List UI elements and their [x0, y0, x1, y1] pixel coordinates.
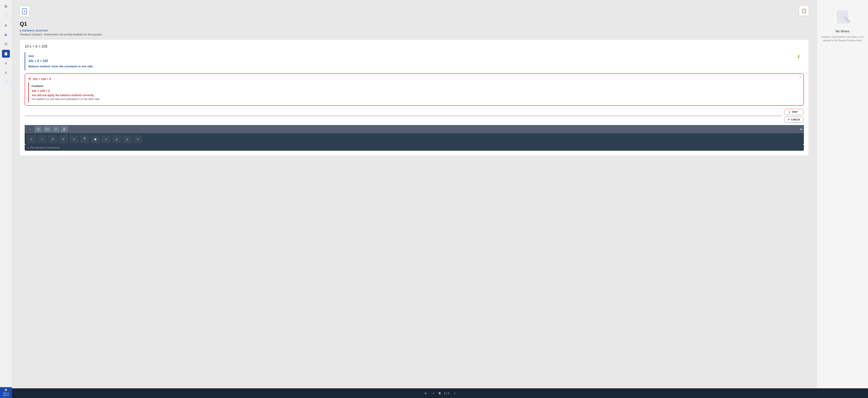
hint-button[interactable]: 💡 HINT: [784, 109, 804, 115]
nav-first-button[interactable]: «: [423, 390, 428, 396]
info-icon: ℹ: [28, 146, 29, 149]
hint-box: Hint 10x + 5 = 105 Balance method: move …: [25, 52, 804, 70]
notes-panel-title: No Notes: [835, 30, 849, 33]
keyboard-toolbar: ⌂ π √▢ ≠ {} ▾: [25, 125, 804, 133]
doc-icon-area: 2 📋: [20, 6, 809, 17]
nav-prev-button[interactable]: ‹: [431, 390, 436, 396]
hint-btn-icon: 💡: [788, 110, 791, 113]
document-page-icon: 2: [20, 6, 30, 17]
check-button[interactable]: ✔ CHECK: [784, 117, 804, 123]
feedback-assistant-title: FEEDBACK ASSISTANT: [22, 29, 48, 32]
keyboard-home-btn[interactable]: ⌂: [27, 126, 34, 132]
hint-title: Hint: [28, 55, 94, 58]
sidebar-item-text[interactable]: A: [2, 21, 10, 29]
key-sqrt[interactable]: √: [69, 135, 79, 143]
key-lt[interactable]: <: [101, 135, 111, 143]
answer-input-area: 💡 HINT ✔ CHECK: [25, 109, 804, 123]
feedback-content: Feedback 10x = 105 + 5 You did not apply…: [28, 83, 800, 103]
feedback-equation-red: 10x = 105 + 5: [32, 89, 798, 92]
keyboard-sqrt-btn[interactable]: √▢: [43, 126, 51, 132]
keyboard-collapse-btn[interactable]: ▾: [800, 127, 802, 131]
help-improve-emoji: 😊: [4, 389, 7, 391]
keyboard-neq-btn[interactable]: ≠: [53, 126, 60, 132]
sidebar-item-page[interactable]: 📄: [2, 12, 10, 20]
feedback-assistant-bar: ℹ FEEDBACK ASSISTANT: [20, 29, 809, 32]
feedback-bold-message: You did not apply the balance method cor…: [32, 94, 798, 97]
key-divide[interactable]: ÷: [37, 135, 47, 143]
sidebar-item-block[interactable]: B: [2, 31, 10, 39]
key-xsquared[interactable]: x²: [48, 135, 57, 143]
sidebar-item-info[interactable]: 🛈: [2, 40, 10, 48]
sidebar-item-doc-alt[interactable]: 📄: [2, 78, 10, 86]
sidebar-item-dashboard[interactable]: ⊞: [2, 2, 10, 10]
equation-display: 10 x + 5 = 105: [25, 45, 804, 49]
feedback-assistant-icon: ℹ: [20, 29, 21, 32]
nav-page-info: 2 / 3: [444, 392, 450, 395]
key-lte[interactable]: ≤: [112, 135, 121, 143]
key-cbrt[interactable]: ∛: [80, 135, 89, 143]
nav-current-page: 2: [444, 392, 446, 395]
feedback-assistant-description: Feedback Assistant - Mathematics will pr…: [20, 33, 809, 36]
navigation-bar: « ‹ B 2 / 3 ›: [12, 388, 868, 398]
sidebar-item-lines[interactable]: ≡: [2, 69, 10, 77]
lightbulb-icon: 💡: [797, 55, 801, 58]
feedback-error-header: ⊗ 10x = 105 + 5: [28, 77, 800, 81]
nav-separator: /: [446, 392, 448, 395]
check-btn-label: CHECK: [791, 118, 800, 121]
help-improve-label: Help us improve: [1, 392, 11, 396]
svg-point-5: [837, 18, 838, 19]
check-btn-icon: ✔: [788, 118, 790, 121]
sidebar-item-numbered[interactable]: 3: [2, 59, 10, 67]
hint-equation: 10x + 5 = 105: [28, 59, 94, 63]
action-buttons: 💡 HINT ✔ CHECK: [784, 109, 804, 123]
expand-icon[interactable]: ⤢: [799, 76, 802, 79]
key-matrix[interactable]: ▣: [91, 135, 100, 143]
hint-btn-label: HINT: [792, 110, 798, 113]
sidebar: ⊞ 📄 A B 🛈 📋 3 ≡ 📄: [0, 0, 12, 398]
notes-illustration: [834, 8, 851, 26]
key-xcubed[interactable]: x³: [59, 135, 68, 143]
feedback-title: Feedback: [32, 85, 798, 87]
feedback-error-box: ⊗ 10x = 105 + 5 ⤢ Feedback 10x = 105 + 5…: [25, 74, 804, 106]
feedback-sub-message: You added 5 on one side and subtracted 5…: [32, 97, 798, 101]
key-multiply[interactable]: ×: [27, 135, 36, 143]
nav-total-pages: 3: [448, 392, 450, 395]
notes-panel-description: Creation of annotations and notes is not…: [821, 35, 864, 42]
randomised-bar: ℹ This question is randomised: [25, 145, 804, 151]
notes-panel: No Notes Creation of annotations and not…: [817, 0, 868, 398]
randomised-text: This question is randomised: [30, 146, 59, 149]
hint-text: Balance method: move the constants to on…: [28, 65, 94, 68]
answer-input[interactable]: [25, 109, 782, 116]
nav-section-label: B: [439, 392, 441, 395]
keyboard-pi-btn[interactable]: π: [35, 126, 42, 132]
keyboard-braces-btn[interactable]: {}: [61, 126, 68, 132]
notes-toggle-button[interactable]: 📋: [799, 6, 809, 16]
error-circle-icon: ⊗: [28, 77, 31, 81]
main-area: 2 📋 Q1 ℹ FEEDBACK ASSISTANT Feedback Ass…: [12, 0, 868, 398]
question-label: Q1: [20, 21, 809, 27]
feedback-error-equation-header: 10x = 105 + 5: [33, 77, 51, 81]
keyboard-keys-row: × ÷ x² x³ √ ∛ ▣ < ≤ ≥ >: [25, 133, 804, 145]
help-improve-button[interactable]: 😊 Help us improve: [0, 387, 12, 398]
svg-text:2: 2: [24, 10, 25, 13]
math-keyboard: ⌂ π √▢ ≠ {} ▾ × ÷ x² x³ √ ∛ ▣ <: [25, 125, 804, 145]
nav-next-button[interactable]: ›: [453, 390, 457, 396]
key-gte[interactable]: ≥: [123, 135, 132, 143]
key-gt[interactable]: >: [133, 135, 143, 143]
svg-point-4: [837, 15, 838, 17]
question-card: 10 x + 5 = 105 Hint 10x + 5 = 105 Balanc…: [20, 39, 809, 155]
svg-point-3: [837, 13, 838, 14]
question-panel: 2 📋 Q1 ℹ FEEDBACK ASSISTANT Feedback Ass…: [12, 0, 817, 398]
sidebar-item-document[interactable]: 📋: [2, 50, 10, 58]
